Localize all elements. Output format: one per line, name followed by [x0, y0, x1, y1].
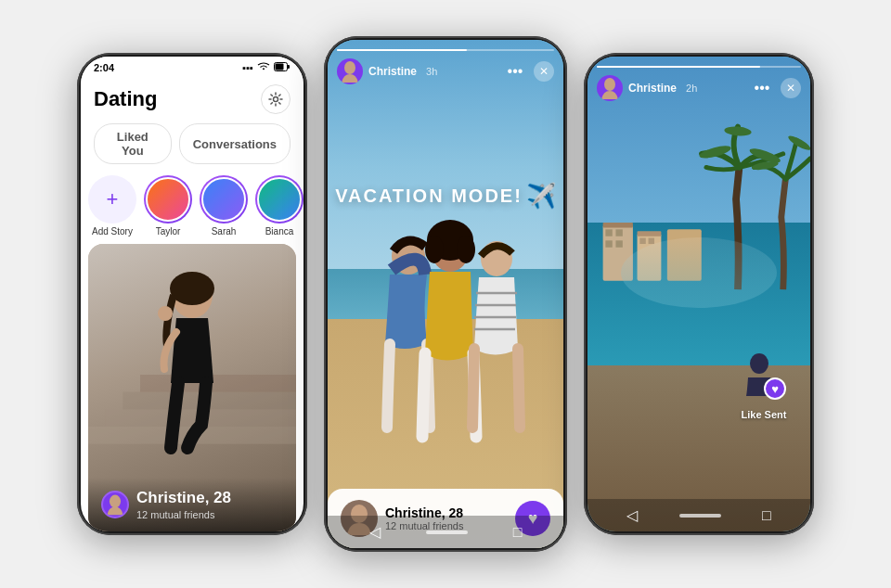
- phone-1: 2:04 ▪▪▪ Dating: [77, 53, 307, 535]
- story-actions: ••• ✕: [504, 60, 554, 83]
- like-sent-figure: ♥: [736, 350, 792, 405]
- resort-username: Christine: [628, 82, 677, 95]
- story-avatar-small: [337, 58, 363, 84]
- svg-rect-35: [639, 238, 645, 244]
- add-story-label: Add Story: [92, 226, 133, 236]
- story-progress-fill: [337, 49, 467, 51]
- story-avatar-sarah[interactable]: [200, 175, 248, 224]
- settings-button[interactable]: [261, 84, 291, 114]
- svg-rect-33: [615, 240, 622, 247]
- story-header-2: Christine 3h ••• ✕: [328, 40, 563, 90]
- story-time-2: 3h: [426, 66, 437, 77]
- svg-point-9: [170, 272, 214, 305]
- add-story-button[interactable]: +: [88, 175, 136, 224]
- phone-2-screen: Christine 3h ••• ✕ VACATION MODE! ✈️: [328, 40, 563, 548]
- resort-full-screen: Christine 2h ••• ✕: [588, 57, 810, 531]
- app-header: Dating: [81, 77, 303, 120]
- svg-rect-39: [638, 231, 662, 236]
- resort-top-row: Christine 2h ••• ✕: [597, 75, 801, 101]
- stories-row: + Add Story Taylor Sarah: [81, 172, 303, 244]
- svg-rect-1: [288, 65, 291, 69]
- resort-close-story-button[interactable]: ✕: [781, 78, 801, 98]
- signal-icon: ▪▪▪: [242, 62, 253, 73]
- svg-point-10: [158, 306, 173, 321]
- add-story-item[interactable]: + Add Story: [88, 175, 136, 236]
- profile-card[interactable]: Christine, 28 12 mutual friends: [88, 244, 296, 531]
- story-label-bianca: Bianca: [265, 226, 294, 236]
- svg-point-12: [344, 61, 355, 74]
- profile-name-info: Christine, 28 12 mutual friends: [136, 489, 231, 520]
- svg-point-41: [750, 353, 768, 374]
- like-sent-label: Like Sent: [742, 409, 787, 420]
- svg-rect-30: [605, 229, 612, 236]
- close-story-button[interactable]: ✕: [534, 61, 554, 82]
- story-user-info: Christine 3h: [337, 58, 437, 84]
- phone-3-screen: Christine 2h ••• ✕: [588, 57, 810, 531]
- resort-time: 2h: [686, 83, 697, 94]
- phone-2: Christine 3h ••• ✕ VACATION MODE! ✈️: [324, 36, 567, 552]
- tab-conversations[interactable]: Conversations: [179, 123, 291, 164]
- svg-rect-31: [615, 229, 622, 236]
- people-group: [353, 205, 538, 465]
- svg-rect-32: [605, 240, 612, 247]
- svg-rect-2: [276, 64, 284, 70]
- nav-bar-3: ◁ □: [588, 499, 810, 531]
- profile-mini-avatar: [101, 491, 129, 518]
- story-sarah[interactable]: Sarah: [200, 175, 248, 236]
- resort-more-options-button[interactable]: •••: [751, 77, 773, 99]
- story-label-taylor: Taylor: [156, 226, 181, 236]
- story-header-3: Christine 2h ••• ✕: [588, 57, 810, 107]
- tab-liked-you[interactable]: Liked You: [94, 123, 172, 164]
- svg-point-11: [110, 495, 121, 508]
- battery-icon: [274, 62, 291, 73]
- vacation-text: VACATION MODE! ✈️: [335, 182, 556, 211]
- home-indicator-2[interactable]: [426, 530, 468, 534]
- woman-figure-svg: [123, 262, 262, 476]
- svg-point-3: [274, 97, 278, 102]
- phone-1-screen: 2:04 ▪▪▪ Dating: [81, 57, 303, 531]
- profile-mutual: 12 mutual friends: [136, 509, 231, 520]
- heart-badge: ♥: [764, 377, 786, 400]
- back-button-2[interactable]: ◁: [369, 523, 381, 541]
- story-username-2: Christine: [368, 65, 417, 78]
- resort-avatar-small: [597, 75, 623, 101]
- plane-emoji: ✈️: [526, 182, 556, 211]
- avatar-inner-bianca: [257, 177, 302, 222]
- pool-reflection: [621, 237, 777, 309]
- figure-container: ♥: [736, 350, 782, 396]
- like-sent-overlay: ♥ Like Sent: [736, 350, 792, 420]
- profile-info-overlay: Christine, 28 12 mutual friends: [88, 478, 296, 531]
- profile-name-row: Christine, 28 12 mutual friends: [101, 489, 283, 520]
- phone-3: Christine 2h ••• ✕: [584, 53, 814, 535]
- home-indicator-3[interactable]: [679, 514, 721, 518]
- story-taylor[interactable]: Taylor: [144, 175, 192, 236]
- resort-user-info: Christine 2h: [597, 75, 697, 101]
- tabs-row: Liked You Conversations: [81, 120, 303, 172]
- phones-container: 2:04 ▪▪▪ Dating: [68, 27, 823, 561]
- app-title: Dating: [94, 87, 157, 111]
- story-full-screen: Christine 3h ••• ✕ VACATION MODE! ✈️: [328, 40, 563, 548]
- svg-point-25: [724, 125, 752, 136]
- vacation-mode-text: VACATION MODE!: [335, 185, 523, 207]
- story-bianca[interactable]: Bianca: [255, 175, 303, 236]
- nav-bar-2: ◁ □: [328, 516, 563, 548]
- profile-name: Christine, 28: [136, 489, 231, 507]
- resort-progress-fill: [597, 66, 760, 68]
- svg-rect-38: [603, 223, 633, 228]
- story-avatar-taylor[interactable]: [144, 175, 192, 224]
- svg-point-16: [425, 236, 444, 263]
- avatar-inner-sarah: [201, 177, 246, 222]
- more-options-button[interactable]: •••: [504, 60, 526, 83]
- resort-story-actions: ••• ✕: [751, 77, 801, 99]
- time-display: 2:04: [94, 62, 114, 73]
- square-button-3[interactable]: □: [762, 507, 771, 524]
- square-button-2[interactable]: □: [513, 524, 523, 541]
- back-button-3[interactable]: ◁: [626, 506, 638, 524]
- svg-point-40: [604, 78, 615, 91]
- svg-point-28: [787, 134, 810, 152]
- resort-progress-bar: [597, 66, 801, 68]
- avatar-inner-taylor: [146, 177, 190, 222]
- status-icons: ▪▪▪: [242, 62, 291, 73]
- svg-point-17: [457, 236, 475, 263]
- story-avatar-bianca[interactable]: [255, 175, 303, 224]
